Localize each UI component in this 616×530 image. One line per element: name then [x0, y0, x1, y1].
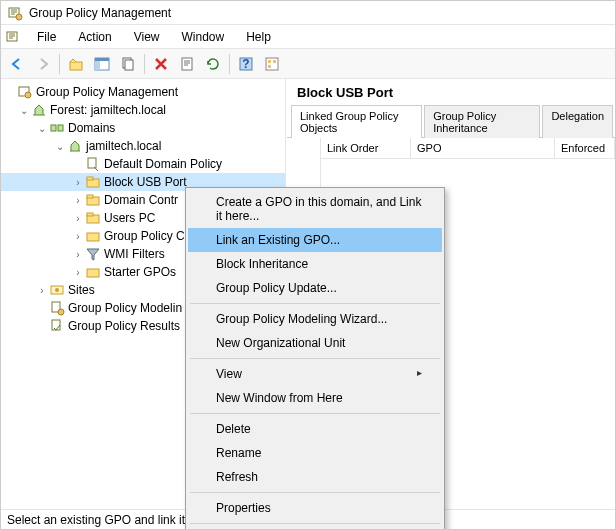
- delete-button[interactable]: [149, 52, 173, 76]
- expander-closed-icon[interactable]: ›: [71, 195, 85, 206]
- tree-label: Default Domain Policy: [104, 157, 222, 171]
- tree-label: Group Policy Results: [68, 319, 180, 333]
- ou-icon: [85, 192, 101, 208]
- svg-rect-9: [182, 58, 192, 70]
- col-gpo[interactable]: GPO: [411, 138, 555, 158]
- col-enforced[interactable]: Enforced: [555, 138, 615, 158]
- app-icon: [7, 5, 23, 21]
- expander-open-icon[interactable]: ⌄: [35, 123, 49, 134]
- svg-rect-19: [58, 125, 63, 131]
- svg-rect-18: [51, 125, 56, 131]
- menu-window[interactable]: Window: [172, 28, 235, 46]
- tree-domains[interactable]: ⌄ Domains: [1, 119, 285, 137]
- properties-button[interactable]: [175, 52, 199, 76]
- cm-view[interactable]: View: [188, 362, 442, 386]
- app-icon-small: [5, 29, 21, 45]
- folder-icon: [85, 264, 101, 280]
- cm-block-inheritance[interactable]: Block Inheritance: [188, 252, 442, 276]
- expander-closed-icon[interactable]: ›: [71, 213, 85, 224]
- separator: [229, 54, 230, 74]
- context-menu: Create a GPO in this domain, and Link it…: [185, 187, 445, 530]
- svg-rect-26: [87, 213, 93, 216]
- cm-rename[interactable]: Rename: [188, 441, 442, 465]
- svg-rect-13: [268, 60, 271, 63]
- cm-gp-update[interactable]: Group Policy Update...: [188, 276, 442, 300]
- tree-label: Sites: [68, 283, 95, 297]
- modeling-icon: [49, 300, 65, 316]
- menubar: File Action View Window Help: [1, 25, 615, 49]
- tree-label: Group Policy Modelin: [68, 301, 182, 315]
- svg-rect-15: [268, 65, 271, 68]
- svg-rect-24: [87, 195, 93, 198]
- svg-rect-6: [95, 58, 109, 61]
- separator: [190, 358, 440, 359]
- tree-label: Users PC: [104, 211, 155, 225]
- cm-gp-modeling-wizard[interactable]: Group Policy Modeling Wizard...: [188, 307, 442, 331]
- separator: [190, 492, 440, 493]
- expander-open-icon[interactable]: ⌄: [53, 141, 67, 152]
- copy-button[interactable]: [116, 52, 140, 76]
- svg-text:?: ?: [242, 57, 249, 71]
- domains-icon: [49, 120, 65, 136]
- svg-rect-27: [87, 233, 99, 241]
- expander-closed-icon[interactable]: ›: [71, 267, 85, 278]
- menu-action[interactable]: Action: [68, 28, 121, 46]
- expander-closed-icon[interactable]: ›: [35, 285, 49, 296]
- expander-closed-icon[interactable]: ›: [71, 249, 85, 260]
- tree-label: jamiltech.local: [86, 139, 161, 153]
- svg-rect-12: [266, 58, 278, 70]
- tab-gp-inheritance[interactable]: Group Policy Inheritance: [424, 105, 540, 138]
- forward-button[interactable]: [31, 52, 55, 76]
- window-title: Group Policy Management: [29, 6, 171, 20]
- domain-icon: [67, 138, 83, 154]
- menu-help[interactable]: Help: [236, 28, 281, 46]
- tree-label: Domain Contr: [104, 193, 178, 207]
- tree-root[interactable]: Group Policy Management: [1, 83, 285, 101]
- tabs: Linked Group Policy Objects Group Policy…: [287, 104, 615, 138]
- ou-icon: [85, 174, 101, 190]
- cm-properties[interactable]: Properties: [188, 496, 442, 520]
- titlebar: Group Policy Management: [1, 1, 615, 25]
- separator: [190, 303, 440, 304]
- svg-rect-20: [88, 158, 96, 168]
- svg-point-32: [58, 309, 64, 315]
- extra-button[interactable]: [260, 52, 284, 76]
- menu-view[interactable]: View: [124, 28, 170, 46]
- cm-refresh[interactable]: Refresh: [188, 465, 442, 489]
- tree-label: Block USB Port: [104, 175, 187, 189]
- svg-rect-22: [87, 177, 93, 180]
- tree-label: Group Policy C: [104, 229, 185, 243]
- expander-open-icon[interactable]: ⌄: [17, 105, 31, 116]
- tab-delegation[interactable]: Delegation: [542, 105, 613, 138]
- cm-new-ou[interactable]: New Organizational Unit: [188, 331, 442, 355]
- back-button[interactable]: [5, 52, 29, 76]
- col-link-order[interactable]: Link Order: [321, 138, 411, 158]
- tree-item-default-domain-policy[interactable]: Default Domain Policy: [1, 155, 285, 173]
- up-button[interactable]: [64, 52, 88, 76]
- cm-create-gpo[interactable]: Create a GPO in this domain, and Link it…: [188, 190, 442, 228]
- show-hide-tree-button[interactable]: [90, 52, 114, 76]
- refresh-button[interactable]: [201, 52, 225, 76]
- svg-rect-33: [52, 320, 60, 330]
- svg-point-1: [16, 14, 22, 20]
- expander-closed-icon[interactable]: ›: [71, 177, 85, 188]
- separator: [190, 523, 440, 524]
- tree-forest[interactable]: ⌄ Forest: jamiltech.local: [1, 101, 285, 119]
- forest-icon: [31, 102, 47, 118]
- svg-point-30: [55, 288, 59, 292]
- tree-domain[interactable]: ⌄ jamiltech.local: [1, 137, 285, 155]
- cm-new-window[interactable]: New Window from Here: [188, 386, 442, 410]
- grid-header: Link Order GPO Enforced: [321, 138, 615, 159]
- expander-closed-icon[interactable]: ›: [71, 231, 85, 242]
- help-button[interactable]: ?: [234, 52, 258, 76]
- cm-link-existing-gpo[interactable]: Link an Existing GPO...: [188, 228, 442, 252]
- svg-rect-3: [70, 62, 82, 70]
- tree-label: Domains: [68, 121, 115, 135]
- results-icon: [49, 318, 65, 334]
- svg-rect-14: [273, 60, 276, 63]
- gpmc-icon: [17, 84, 33, 100]
- menu-file[interactable]: File: [27, 28, 66, 46]
- cm-delete[interactable]: Delete: [188, 417, 442, 441]
- tab-linked-gpo[interactable]: Linked Group Policy Objects: [291, 105, 422, 138]
- tree-label: WMI Filters: [104, 247, 165, 261]
